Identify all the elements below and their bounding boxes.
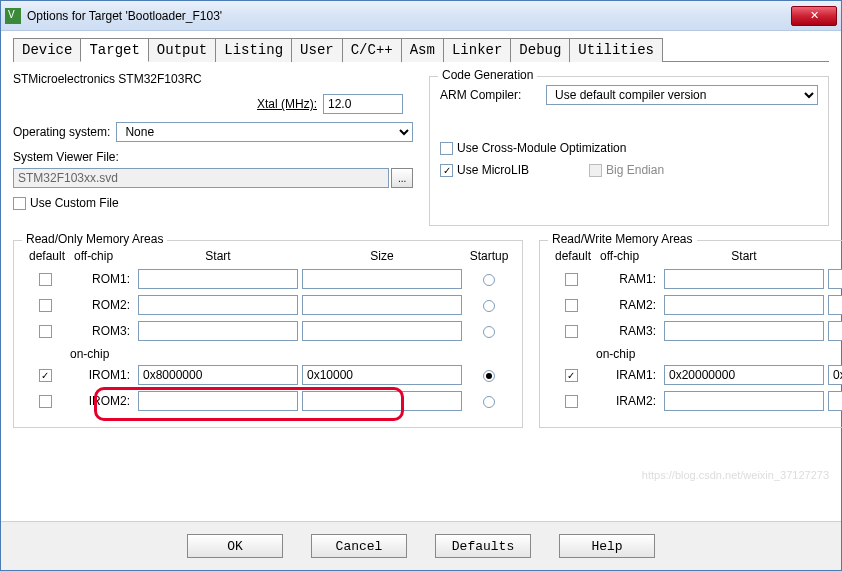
iram1-default[interactable]: [565, 369, 578, 382]
ram1-default[interactable]: [565, 273, 578, 286]
ram3-start[interactable]: [664, 321, 824, 341]
big-endian-label: Big Endian: [606, 163, 664, 177]
app-icon: [5, 8, 21, 24]
ok-button[interactable]: OK: [187, 534, 283, 558]
irom2-label: IROM2:: [74, 394, 134, 408]
irom2-default[interactable]: [39, 395, 52, 408]
readwrite-group: Read/Write Memory Areas default off-chip…: [539, 240, 842, 428]
rom3-startup[interactable]: [483, 326, 495, 338]
ram2-start[interactable]: [664, 295, 824, 315]
tab-listing[interactable]: Listing: [215, 38, 292, 62]
svf-browse[interactable]: ...: [391, 168, 413, 188]
readonly-group: Read/Only Memory Areas default off-chip …: [13, 240, 523, 428]
ram1-start[interactable]: [664, 269, 824, 289]
iram2-row: IRAM2:: [550, 391, 842, 411]
irom2-start[interactable]: [138, 391, 298, 411]
ram3-label: RAM3:: [600, 324, 660, 338]
readonly-legend: Read/Only Memory Areas: [22, 232, 167, 246]
ram3-default[interactable]: [565, 325, 578, 338]
iram2-start[interactable]: [664, 391, 824, 411]
defaults-button[interactable]: Defaults: [435, 534, 531, 558]
dialog-buttons: OK Cancel Defaults Help: [1, 521, 841, 570]
tab-cpp[interactable]: C/C++: [342, 38, 402, 62]
rom2-row: ROM2:: [24, 295, 512, 315]
rom3-size[interactable]: [302, 321, 462, 341]
tab-target[interactable]: Target: [80, 38, 148, 62]
ram1-label: RAM1:: [600, 272, 660, 286]
col-offchip: off-chip: [74, 249, 134, 263]
col-default: default: [24, 249, 70, 263]
xtal-input[interactable]: [323, 94, 403, 114]
rom2-default[interactable]: [39, 299, 52, 312]
microlib-checkbox[interactable]: [440, 164, 453, 177]
os-select[interactable]: None: [116, 122, 413, 142]
client-area: Device Target Output Listing User C/C++ …: [1, 31, 841, 521]
tab-device[interactable]: Device: [13, 38, 81, 62]
ram1-row: RAM1:: [550, 269, 842, 289]
onchip-label-ro: on-chip: [70, 347, 512, 361]
big-endian-checkbox: [589, 164, 602, 177]
irom1-size[interactable]: [302, 365, 462, 385]
tab-user[interactable]: User: [291, 38, 343, 62]
rom2-startup[interactable]: [483, 300, 495, 312]
irom1-row: IROM1:: [24, 365, 512, 385]
iram1-start[interactable]: [664, 365, 824, 385]
microlib-label: Use MicroLIB: [457, 163, 529, 177]
ram2-label: RAM2:: [600, 298, 660, 312]
irom1-default[interactable]: [39, 369, 52, 382]
rom3-row: ROM3:: [24, 321, 512, 341]
irom1-startup[interactable]: [483, 370, 495, 382]
col-startup: Startup: [466, 249, 512, 263]
col-start: Start: [138, 249, 298, 263]
irom2-startup[interactable]: [483, 396, 495, 408]
device-name: STMicroelectronics STM32F103RC: [13, 72, 202, 86]
rom1-startup[interactable]: [483, 274, 495, 286]
rom3-start[interactable]: [138, 321, 298, 341]
cancel-button[interactable]: Cancel: [311, 534, 407, 558]
close-button[interactable]: ✕: [791, 6, 837, 26]
watermark: https://blog.csdn.net/weixin_37127273: [642, 469, 829, 481]
ram2-row: RAM2:: [550, 295, 842, 315]
iram2-size[interactable]: [828, 391, 842, 411]
iram1-row: IRAM1:: [550, 365, 842, 385]
titlebar: Options for Target 'Bootloader_F103' ✕: [1, 1, 841, 31]
iram2-label: IRAM2:: [600, 394, 660, 408]
tab-output[interactable]: Output: [148, 38, 216, 62]
irom1-label: IROM1:: [74, 368, 134, 382]
col-offchip-rw: off-chip: [600, 249, 660, 263]
cross-module-label: Use Cross-Module Optimization: [457, 141, 626, 155]
tab-linker[interactable]: Linker: [443, 38, 511, 62]
ram3-size[interactable]: [828, 321, 842, 341]
iram2-default[interactable]: [565, 395, 578, 408]
rom2-start[interactable]: [138, 295, 298, 315]
rom1-default[interactable]: [39, 273, 52, 286]
col-start-rw: Start: [664, 249, 824, 263]
tab-utilities[interactable]: Utilities: [569, 38, 663, 62]
rom3-label: ROM3:: [74, 324, 134, 338]
arm-compiler-select[interactable]: Use default compiler version: [546, 85, 818, 105]
iram1-size[interactable]: [828, 365, 842, 385]
custom-file-checkbox[interactable]: [13, 197, 26, 210]
ram2-size[interactable]: [828, 295, 842, 315]
cross-module-checkbox[interactable]: [440, 142, 453, 155]
rom3-default[interactable]: [39, 325, 52, 338]
readwrite-legend: Read/Write Memory Areas: [548, 232, 697, 246]
irom1-start[interactable]: [138, 365, 298, 385]
col-size: Size: [302, 249, 462, 263]
options-dialog: Options for Target 'Bootloader_F103' ✕ D…: [0, 0, 842, 571]
help-button[interactable]: Help: [559, 534, 655, 558]
rom2-size[interactable]: [302, 295, 462, 315]
arm-compiler-label: ARM Compiler:: [440, 88, 540, 102]
ram1-size[interactable]: [828, 269, 842, 289]
irom2-size[interactable]: [302, 391, 462, 411]
col-size-rw: Size: [828, 249, 842, 263]
svf-input: [13, 168, 389, 188]
iram1-label: IRAM1:: [600, 368, 660, 382]
rom1-start[interactable]: [138, 269, 298, 289]
ram3-row: RAM3:: [550, 321, 842, 341]
tab-debug[interactable]: Debug: [510, 38, 570, 62]
tab-asm[interactable]: Asm: [401, 38, 444, 62]
rom1-size[interactable]: [302, 269, 462, 289]
ram2-default[interactable]: [565, 299, 578, 312]
rom1-row: ROM1:: [24, 269, 512, 289]
